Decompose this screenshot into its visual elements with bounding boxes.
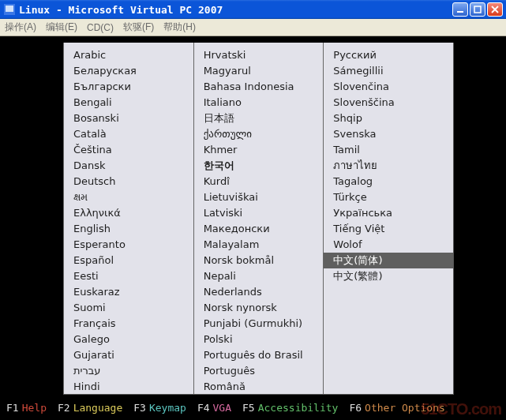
language-selector-panel: ArabicБеларускаяБългарскиBengaliBosanski…: [63, 43, 454, 395]
language-option[interactable]: Bengali: [64, 95, 193, 111]
language-option[interactable]: Sámegillii: [324, 63, 453, 79]
language-option[interactable]: Kurdî: [194, 174, 324, 189]
language-option[interactable]: Türkçe: [324, 189, 453, 205]
language-column-3: РусскийSámegilliiSlovenčinaSlovenščinaSh…: [323, 43, 453, 394]
language-option[interactable]: 中文(简体): [324, 253, 453, 268]
language-option[interactable]: 한국어: [194, 158, 324, 174]
language-option[interactable]: Українська: [324, 205, 453, 221]
language-option[interactable]: Română: [194, 379, 324, 394]
language-option[interactable]: Español: [64, 253, 193, 268]
language-column-1: ArabicБеларускаяБългарскиBengaliBosanski…: [63, 43, 193, 394]
language-option[interactable]: Galego: [64, 332, 193, 347]
window-titlebar: Linux - Microsoft Virtual PC 2007: [0, 0, 506, 19]
language-option[interactable]: Khmer: [194, 142, 324, 158]
menu-help[interactable]: 帮助(H): [163, 21, 196, 34]
menu-floppy[interactable]: 软驱(F): [123, 21, 154, 34]
language-option[interactable]: Македонски: [194, 221, 324, 237]
svg-rect-1: [6, 6, 13, 12]
language-option[interactable]: Malayalam: [194, 237, 324, 253]
language-option[interactable]: Ελληνικά: [64, 205, 193, 221]
app-icon: [3, 3, 16, 16]
language-option[interactable]: Hrvatski: [194, 47, 324, 63]
language-option[interactable]: Português do Brasil: [194, 347, 324, 363]
language-option[interactable]: Tamil: [324, 142, 453, 158]
language-option[interactable]: Magyarul: [194, 63, 324, 79]
svg-rect-2: [457, 11, 463, 13]
window-buttons: [452, 2, 503, 17]
fkey-f3[interactable]: F3Keymap: [133, 402, 186, 414]
language-option[interactable]: Punjabi (Gurmukhi): [194, 316, 324, 332]
language-option[interactable]: Tagalog: [324, 174, 453, 189]
fkey-f5[interactable]: F5Accessibility: [242, 402, 338, 414]
window-title: Linux - Microsoft Virtual PC 2007: [19, 4, 452, 16]
language-option[interactable]: Deutsch: [64, 174, 193, 189]
language-option[interactable]: Français: [64, 316, 193, 332]
menu-edit[interactable]: 编辑(E): [46, 21, 77, 34]
svg-rect-3: [474, 6, 481, 13]
language-option[interactable]: ક્ષમ: [64, 189, 193, 205]
language-option[interactable]: Dansk: [64, 158, 193, 174]
language-option[interactable]: Svenska: [324, 126, 453, 142]
language-option[interactable]: English: [64, 221, 193, 237]
language-option[interactable]: Български: [64, 79, 193, 95]
language-option[interactable]: Bahasa Indonesia: [194, 79, 324, 95]
language-option[interactable]: ქართული: [194, 126, 324, 142]
language-option[interactable]: Arabic: [64, 47, 193, 63]
language-option[interactable]: Suomi: [64, 300, 193, 316]
language-option[interactable]: Shqip: [324, 111, 453, 126]
language-option[interactable]: Eesti: [64, 268, 193, 284]
language-option[interactable]: Čeština: [64, 142, 193, 158]
language-option[interactable]: Hindi: [64, 379, 193, 394]
maximize-button[interactable]: [470, 2, 485, 17]
language-option[interactable]: Gujarati: [64, 347, 193, 363]
fkey-f4[interactable]: F4VGA: [197, 402, 231, 414]
language-option[interactable]: Português: [194, 363, 324, 379]
language-option[interactable]: Tiếng Việt: [324, 221, 453, 237]
menubar: 操作(A) 编辑(E) CD(C) 软驱(F) 帮助(H): [0, 19, 506, 36]
watermark: 51CTO.com: [421, 400, 501, 418]
language-option[interactable]: Norsk bokmål: [194, 253, 324, 268]
language-option[interactable]: Català: [64, 126, 193, 142]
language-option[interactable]: Italiano: [194, 95, 324, 111]
menu-cd[interactable]: CD(C): [87, 22, 114, 33]
language-option[interactable]: עברית: [64, 363, 193, 379]
function-key-bar: F1HelpF2LanguageF3KeymapF4VGAF5Accessibi…: [6, 402, 445, 414]
language-option[interactable]: 日本語: [194, 111, 324, 126]
language-option[interactable]: Slovenčina: [324, 79, 453, 95]
language-option[interactable]: Bosanski: [64, 111, 193, 126]
language-column-2: HrvatskiMagyarulBahasa IndonesiaItaliano…: [193, 43, 324, 394]
language-option[interactable]: Euskaraz: [64, 284, 193, 300]
fkey-f2[interactable]: F2Language: [58, 402, 122, 414]
fkey-f1[interactable]: F1Help: [6, 402, 47, 414]
language-option[interactable]: Slovenščina: [324, 95, 453, 111]
language-option[interactable]: Lietuviškai: [194, 189, 324, 205]
close-button[interactable]: [487, 2, 503, 17]
language-option[interactable]: Беларуская: [64, 63, 193, 79]
language-option[interactable]: Norsk nynorsk: [194, 300, 324, 316]
language-option[interactable]: Latviski: [194, 205, 324, 221]
menu-actions[interactable]: 操作(A): [5, 21, 36, 34]
language-option[interactable]: Nederlands: [194, 284, 324, 300]
vm-screen: ArabicБеларускаяБългарскиBengaliBosanski…: [0, 36, 506, 420]
language-option[interactable]: Esperanto: [64, 237, 193, 253]
language-option[interactable]: Wolof: [324, 237, 453, 253]
language-option[interactable]: 中文(繁體): [324, 268, 453, 284]
language-option[interactable]: Polski: [194, 332, 324, 347]
minimize-button[interactable]: [452, 2, 468, 17]
language-option[interactable]: Nepali: [194, 268, 324, 284]
language-option[interactable]: ภาษาไทย: [324, 158, 453, 174]
language-option[interactable]: Русский: [324, 47, 453, 63]
